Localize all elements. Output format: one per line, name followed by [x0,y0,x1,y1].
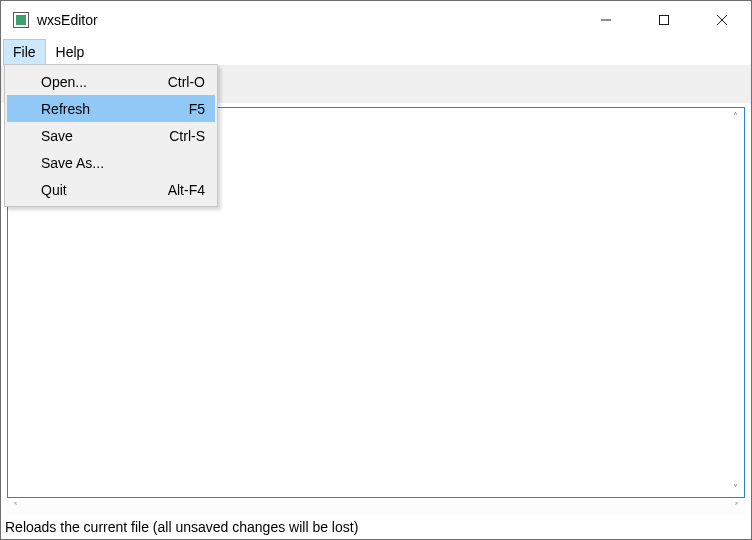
menuitem-refresh-label: Refresh [41,101,189,117]
minimize-icon [600,14,612,26]
scroll-right-button[interactable]: ˃ [728,498,745,515]
scroll-up-button[interactable]: ˄ [727,108,744,125]
menuitem-quit-accel: Alt-F4 [168,182,205,198]
scroll-left-button[interactable]: ˂ [7,498,24,515]
menuitem-refresh-accel: F5 [189,101,205,117]
menuitem-open-accel: Ctrl-O [168,74,205,90]
menuitem-open-label: Open... [41,74,168,90]
menuitem-quit[interactable]: Quit Alt-F4 [7,176,215,203]
maximize-icon [658,14,670,26]
menu-file-label: File [13,44,36,60]
maximize-button[interactable] [635,1,693,39]
menuitem-save[interactable]: Save Ctrl-S [7,122,215,149]
close-button[interactable] [693,1,751,39]
status-text: Reloads the current file (all unsaved ch… [5,519,358,535]
menuitem-saveas[interactable]: Save As... [7,149,215,176]
window-controls [577,1,751,39]
window-title: wxsEditor [37,12,98,28]
menuitem-open[interactable]: Open... Ctrl-O [7,68,215,95]
horizontal-scrollbar[interactable]: ˂ ˃ [7,498,745,515]
menu-file[interactable]: File [3,39,46,65]
menuitem-save-label: Save [41,128,169,144]
app-icon [13,12,29,28]
app-window: wxsEditor File Help ˄ ˅ [0,0,752,540]
svg-rect-1 [660,16,669,25]
chevron-up-icon: ˄ [733,112,738,122]
vertical-scroll-track[interactable] [727,125,744,480]
vertical-scrollbar[interactable]: ˄ ˅ [727,108,744,497]
minimize-button[interactable] [577,1,635,39]
scroll-down-button[interactable]: ˅ [727,480,744,497]
menuitem-refresh[interactable]: Refresh F5 [7,95,215,122]
menuitem-quit-label: Quit [41,182,168,198]
titlebar: wxsEditor [1,1,751,39]
menuitem-saveas-label: Save As... [41,155,205,171]
statusbar: Reloads the current file (all unsaved ch… [1,515,751,539]
menubar: File Help [1,39,751,65]
close-icon [716,14,728,26]
chevron-right-icon: ˃ [734,502,739,512]
menu-help[interactable]: Help [46,39,95,65]
file-menu-dropdown: Open... Ctrl-O Refresh F5 Save Ctrl-S Sa… [4,64,218,207]
chevron-left-icon: ˂ [13,502,18,512]
menuitem-save-accel: Ctrl-S [169,128,205,144]
chevron-down-icon: ˅ [733,484,738,494]
menu-help-label: Help [56,44,85,60]
